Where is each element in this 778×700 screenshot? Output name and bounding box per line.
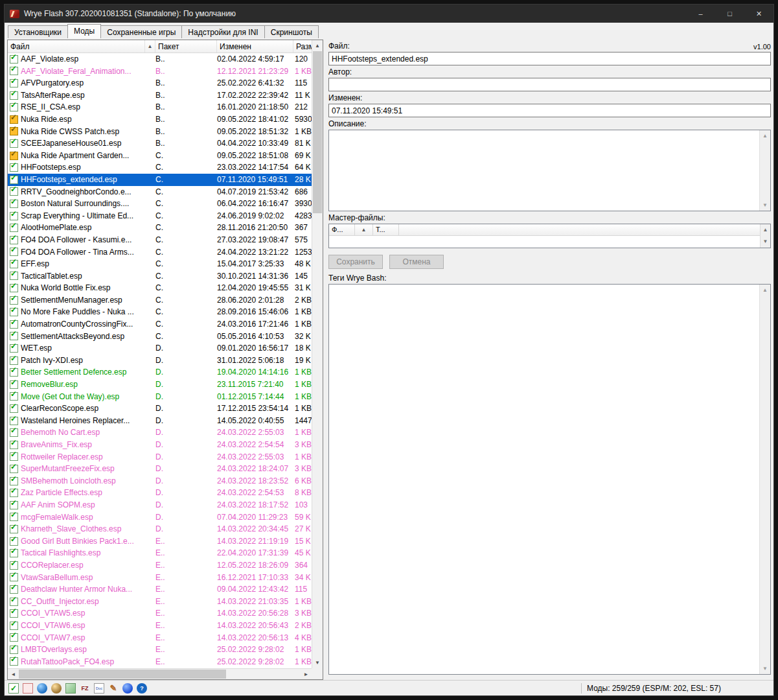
author-input[interactable] bbox=[328, 78, 771, 91]
mod-checkbox-green[interactable] bbox=[10, 622, 18, 630]
mod-checkbox-green[interactable] bbox=[10, 657, 18, 666]
mod-row[interactable]: TatsAfterRape.espB..17.02.2022 22:39:421… bbox=[8, 89, 313, 102]
mod-row[interactable]: Nuka World Bottle Fix.espC.12.04.2020 19… bbox=[8, 282, 313, 294]
tab-ini[interactable]: Надстройки для INI bbox=[181, 25, 264, 38]
mod-row[interactable]: Rottweiler Replacer.espD.24.03.2022 2:55… bbox=[8, 451, 313, 463]
mod-checkbox-green[interactable] bbox=[10, 477, 18, 485]
mod-row[interactable]: CCOI_VTAW6.espE..14.03.2022 20:56:432 KB bbox=[8, 620, 313, 632]
mod-row[interactable]: Nuka Ride CWSS Patch.espB..09.05.2022 18… bbox=[8, 126, 313, 138]
mod-checkbox-green[interactable] bbox=[10, 139, 18, 148]
close-button[interactable]: ✕ bbox=[744, 5, 773, 23]
scroll-up-icon[interactable]: ▲ bbox=[312, 40, 323, 51]
mod-row[interactable]: Kharneth_Slave_Clothes.espD.14.03.2022 2… bbox=[8, 523, 313, 535]
mod-checkbox-green[interactable] bbox=[10, 441, 18, 449]
cancel-button[interactable]: Отмена bbox=[389, 255, 444, 269]
mod-checkbox-green[interactable] bbox=[10, 55, 18, 64]
mod-row[interactable]: Boston Natural Surroundings....C.06.04.2… bbox=[8, 198, 313, 210]
mod-row[interactable]: Good Girl Butt Binkies Pack1.e...E..14.0… bbox=[8, 535, 313, 548]
mod-checkbox-green[interactable] bbox=[10, 417, 18, 425]
mod-checkbox-green[interactable] bbox=[10, 428, 18, 437]
mod-row[interactable]: Nuka Ride.espB..09.05.2022 18:41:025930 bbox=[8, 113, 313, 126]
mod-row[interactable]: Scrap Everything - Ultimate Ed...C.24.06… bbox=[8, 210, 313, 222]
column-header-size[interactable]: Разм bbox=[293, 40, 313, 52]
mod-row[interactable]: CCOI_VTAW5.espE..14.03.2022 20:56:283 KB bbox=[8, 607, 313, 620]
mod-row[interactable]: TacticalTablet.espC.30.10.2021 14:31:361… bbox=[8, 270, 313, 283]
help-icon[interactable]: ? bbox=[137, 683, 147, 694]
mod-row[interactable]: AlootHomePlate.espC.28.11.2016 21:20:503… bbox=[8, 222, 313, 234]
tab-mods[interactable]: Моды bbox=[67, 24, 101, 38]
sort-ascending-icon[interactable]: ▲ bbox=[145, 40, 155, 52]
mod-row[interactable]: SettlementMenuManager.espC.28.06.2020 2:… bbox=[8, 294, 313, 307]
mod-checkbox-green[interactable] bbox=[10, 320, 18, 329]
horizontal-scrollbar[interactable]: ◄ ► bbox=[8, 668, 312, 679]
mod-row[interactable]: RRTV_GoodneighborCondo.e...C.04.07.2019 … bbox=[8, 186, 313, 198]
mod-checkbox-green[interactable] bbox=[10, 284, 18, 292]
scroll-down-icon[interactable]: ▼ bbox=[760, 200, 770, 210]
bash-tags-textarea[interactable]: ▲ ▼ bbox=[328, 284, 771, 675]
mod-checkbox-green[interactable] bbox=[10, 489, 18, 497]
mod-checkbox-green[interactable] bbox=[10, 176, 18, 184]
mod-row[interactable]: AAF Anim SOPM.espD.24.03.2022 18:17:5210… bbox=[8, 499, 313, 511]
pencil-icon[interactable]: ✎ bbox=[108, 683, 119, 694]
mod-row[interactable]: AFVPurgatory.espB..25.02.2022 6:41:32115 bbox=[8, 77, 313, 89]
mod-checkbox-green[interactable] bbox=[10, 356, 18, 365]
tab-screenshots[interactable]: Скриншоты bbox=[264, 25, 319, 38]
vertical-scroll-thumb[interactable] bbox=[313, 51, 322, 213]
scroll-down-icon[interactable]: ▼ bbox=[761, 236, 770, 248]
mod-checkbox-green[interactable] bbox=[10, 200, 18, 208]
masters-column-index[interactable]: Т... bbox=[373, 224, 399, 235]
mod-checkbox-green[interactable] bbox=[10, 67, 18, 75]
mod-checkbox-green[interactable] bbox=[10, 368, 18, 377]
mod-row[interactable]: AAF_Violate.espB..02.04.2022 4:59:17120 bbox=[8, 53, 313, 65]
mod-checkbox-green[interactable] bbox=[10, 163, 18, 172]
mod-checkbox-green[interactable] bbox=[10, 248, 18, 256]
mod-checkbox-green[interactable] bbox=[10, 91, 18, 100]
mod-row[interactable]: Better Settlement Defence.espD.19.04.202… bbox=[8, 366, 313, 379]
mod-row[interactable]: HHFootsteps.espC.23.03.2022 14:17:5464 K bbox=[8, 161, 313, 174]
scroll-right-icon[interactable]: ► bbox=[301, 669, 312, 679]
mod-row[interactable]: FO4 DOA Follower - Kasumi.e...C.27.03.20… bbox=[8, 234, 313, 246]
mod-checkbox-green[interactable] bbox=[10, 609, 18, 618]
masters-sort-icon[interactable]: ▲ bbox=[355, 224, 373, 235]
mod-row[interactable]: SuperMutantFreezeFix.espD.24.03.2022 18:… bbox=[8, 463, 313, 475]
description-textarea[interactable]: ▲ ▼ bbox=[328, 130, 771, 211]
tab-installers[interactable]: Установщики bbox=[8, 25, 68, 38]
scroll-up-icon[interactable]: ▲ bbox=[760, 285, 770, 295]
mod-checkbox-green[interactable] bbox=[10, 380, 18, 389]
masters-list[interactable]: Ф... ▲ Т... ▲ ▼ bbox=[328, 224, 771, 248]
mod-row[interactable]: CC_Outfit_Injector.espE..14.03.2022 21:0… bbox=[8, 596, 313, 608]
save-button[interactable]: Сохранить bbox=[328, 255, 383, 269]
mod-row[interactable]: Zaz Particle Effects.espD.24.03.2022 2:5… bbox=[8, 487, 313, 499]
mod-row[interactable]: Nuka Ride Apartment Garden...C.09.05.202… bbox=[8, 150, 313, 162]
mod-checkbox-green[interactable] bbox=[10, 272, 18, 280]
file-name-input[interactable] bbox=[328, 52, 771, 65]
mod-row[interactable]: AutomatronCountyCrossingFix...C.24.03.20… bbox=[8, 318, 313, 331]
scroll-left-icon[interactable]: ◄ bbox=[8, 669, 19, 679]
description-scrollbar[interactable]: ▲ ▼ bbox=[759, 130, 770, 211]
mod-row[interactable]: LMBTOverlays.espE..25.02.2022 9:28:021 K… bbox=[8, 644, 313, 656]
mod-row[interactable]: SettlementAttacksBeyond.espC.05.05.2016 … bbox=[8, 331, 313, 343]
mod-row[interactable]: CCOI_VTAW7.espE..14.03.2022 20:56:134 KB bbox=[8, 632, 313, 644]
doc-icon[interactable]: Doc bbox=[94, 683, 104, 694]
mod-checkbox-green[interactable] bbox=[10, 332, 18, 340]
mod-checkbox-green[interactable] bbox=[10, 561, 18, 570]
blue-ball-icon[interactable] bbox=[37, 683, 47, 694]
mod-checkbox-green[interactable] bbox=[10, 79, 18, 88]
mod-checkbox-green[interactable] bbox=[10, 501, 18, 509]
horizontal-scroll-thumb[interactable] bbox=[19, 670, 226, 679]
mod-row[interactable]: EFF.espC.15.04.2017 3:25:3348 K bbox=[8, 258, 313, 270]
mod-checkbox-green[interactable] bbox=[10, 212, 18, 220]
mod-checkbox-green[interactable] bbox=[10, 344, 18, 353]
masters-column-file[interactable]: Ф... bbox=[329, 224, 355, 235]
mod-row[interactable]: CCOReplacer.espE..12.05.2022 18:26:09364 bbox=[8, 559, 313, 572]
mod-checkbox-green[interactable] bbox=[10, 549, 18, 557]
column-header-file[interactable]: Файл bbox=[8, 40, 145, 52]
mod-checkbox-green[interactable] bbox=[10, 224, 18, 232]
mod-checkbox-green[interactable] bbox=[10, 260, 18, 268]
mod-checkbox-green[interactable] bbox=[10, 573, 18, 581]
scroll-down-icon[interactable]: ▼ bbox=[312, 657, 323, 668]
mod-row[interactable]: SCEEJapaneseHouse01.espB..04.04.2022 10:… bbox=[8, 137, 313, 150]
mod-checkbox-green[interactable] bbox=[10, 525, 18, 533]
mod-row[interactable]: RutahTattooPack_FO4.espE..25.02.2022 9:2… bbox=[8, 656, 313, 668]
mod-checkbox-green[interactable] bbox=[10, 236, 18, 244]
